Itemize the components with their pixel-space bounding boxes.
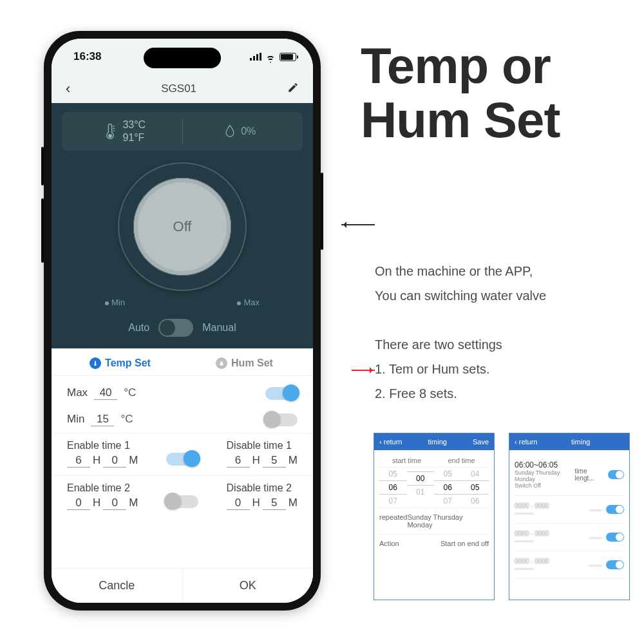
max-label: Max <box>67 386 88 399</box>
min-toggle[interactable] <box>265 413 298 426</box>
temp-fahrenheit: 91°F <box>122 131 146 144</box>
svg-point-0 <box>109 134 112 137</box>
tab-temp-set[interactable]: Temp Set <box>58 357 182 369</box>
enable1-hour-input[interactable]: 6 <box>67 454 90 468</box>
enable2-hour-input[interactable]: 0 <box>67 497 90 510</box>
dial-min-label: Min <box>111 298 125 307</box>
max-input[interactable]: 40 <box>94 386 117 400</box>
disable-time1-label: Disable time 1 <box>227 440 298 451</box>
phone-frame: 16:38 ‹ SGS01 33°C <box>44 31 321 611</box>
temp-celsius: 33°C <box>122 118 146 131</box>
enable-time1-label: Enable time 1 <box>67 440 138 451</box>
preview-thumbnails: ‹ return timing Save start timeend time … <box>374 433 630 600</box>
page-title: SGS01 <box>161 82 196 95</box>
status-time: 16:38 <box>73 50 101 63</box>
thumbnail-timing-list: ‹ return timing 06:00~06:05 Sunday Thurs… <box>509 433 630 600</box>
power-dial-label: Off <box>134 178 231 275</box>
mode-toggle[interactable] <box>158 319 193 337</box>
back-button[interactable]: ‹ <box>66 82 70 96</box>
promo-heading: Temp orHum Set <box>361 39 631 147</box>
edit-button[interactable] <box>287 82 299 96</box>
promo-list: There are two settings 1. Tem or Hum set… <box>375 332 632 406</box>
temp-reading: 33°C 91°F <box>67 118 183 144</box>
min-unit: °C <box>120 413 133 426</box>
dashboard: 33°C 91°F 0% Off Min Max <box>52 103 313 348</box>
tab-hum-label: Hum Set <box>231 357 273 369</box>
promo-description: On the machine or the APP, You can switc… <box>375 259 632 308</box>
dial-range-labels: Min Max <box>105 298 260 307</box>
tab-hum-set[interactable]: Hum Set <box>182 357 307 369</box>
mode-manual-label: Manual <box>202 322 236 334</box>
humidity-value: 0% <box>241 126 256 137</box>
water-drop-icon <box>224 124 236 138</box>
tab-temp-label: Temp Set <box>105 357 151 369</box>
time1-toggle[interactable] <box>166 453 198 466</box>
cancel-button[interactable]: Cancle <box>52 569 183 603</box>
arrow-right-icon <box>352 370 375 371</box>
enable-time2-label: Enable time 2 <box>67 482 138 494</box>
mini-toggle-icon <box>608 470 624 479</box>
thermometer-icon <box>103 122 117 140</box>
min-input[interactable]: 15 <box>91 413 114 426</box>
mode-switch-row: Auto Manual <box>62 319 303 337</box>
enable1-min-input[interactable]: 0 <box>103 454 126 468</box>
settings-panel: Temp Set Hum Set Max 40 °C <box>52 348 313 603</box>
disable2-min-input[interactable]: 5 <box>263 497 286 510</box>
phone-screen: 16:38 ‹ SGS01 33°C <box>52 39 313 603</box>
disable1-min-input[interactable]: 5 <box>263 454 286 468</box>
disable2-hour-input[interactable]: 0 <box>227 497 250 510</box>
title-bar: ‹ SGS01 <box>52 75 313 103</box>
disable-time2-label: Disable time 2 <box>227 482 298 494</box>
humidity-reading: 0% <box>183 124 298 138</box>
dial-max-label: Max <box>243 298 260 307</box>
mode-auto-label: Auto <box>128 322 149 334</box>
ok-button[interactable]: OK <box>183 569 314 603</box>
disable1-hour-input[interactable]: 6 <box>227 454 250 468</box>
wifi-icon <box>265 53 276 61</box>
water-drop-icon <box>216 357 227 369</box>
time2-toggle[interactable] <box>166 495 198 508</box>
battery-icon <box>279 53 296 61</box>
min-label: Min <box>67 413 84 426</box>
enable2-min-input[interactable]: 0 <box>103 497 126 510</box>
readings-card: 33°C 91°F 0% <box>62 112 303 151</box>
arrow-left-icon <box>341 224 375 225</box>
cell-signal-icon <box>250 53 261 61</box>
thermometer-icon <box>90 357 101 369</box>
power-dial[interactable]: Off <box>118 162 247 291</box>
max-toggle[interactable] <box>265 387 298 400</box>
thumbnail-timing-picker: ‹ return timing Save start timeend time … <box>374 433 495 600</box>
notch <box>144 48 221 68</box>
max-unit: °C <box>124 386 136 399</box>
